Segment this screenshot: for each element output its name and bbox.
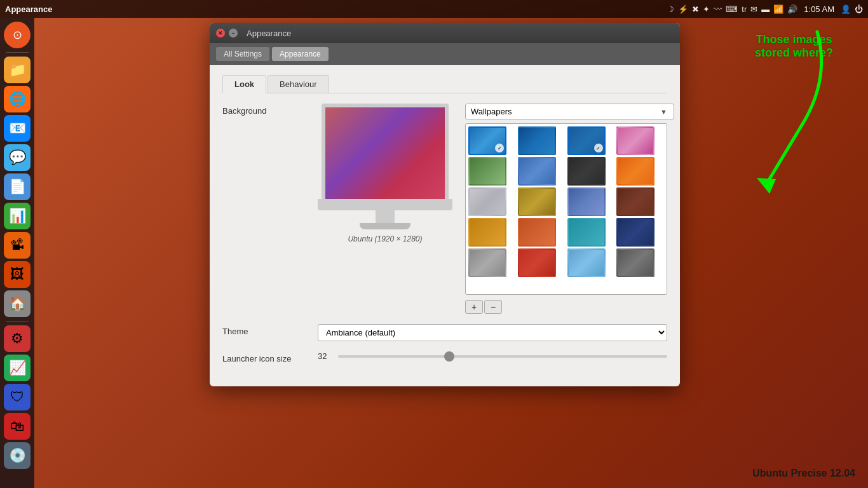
- grid-buttons: + −: [465, 300, 667, 314]
- theme-select[interactable]: Ambiance (default): [318, 324, 667, 341]
- monitor-icon: 📈: [9, 360, 26, 376]
- launcher-shotwell[interactable]: 🖼: [4, 261, 31, 288]
- monitor-caption: Ubuntu (1920 × 1280): [318, 234, 452, 243]
- launcher-system[interactable]: ⚙: [4, 325, 31, 352]
- wallpaper-thumb-18[interactable]: [518, 248, 556, 277]
- wallpaper-check-3: ✓: [594, 144, 603, 152]
- wallpaper-thumb-9[interactable]: [468, 187, 506, 216]
- launcher-files[interactable]: 📁: [4, 57, 31, 83]
- launcher-impress[interactable]: 📽: [4, 232, 31, 259]
- window-close-button[interactable]: ✕: [216, 29, 225, 37]
- appearance-nav-button[interactable]: Appearance: [272, 47, 329, 61]
- wallpaper-thumb-14[interactable]: [518, 218, 556, 247]
- launcher-dvd[interactable]: 💿: [4, 442, 31, 469]
- top-panel: Appearance ☽ ⚡ ✖ ✦ 〰 ⌨ tr ✉ ▬ 📶 🔊 1:05 A…: [0, 0, 868, 18]
- wallpaper-thumb-6[interactable]: [518, 157, 556, 186]
- thunderbird-icon: 📧: [9, 120, 26, 137]
- bluetooth-x-icon: ✖: [692, 4, 699, 14]
- tab-behaviour[interactable]: Behaviour: [268, 75, 329, 93]
- files-icon: 📁: [9, 62, 26, 78]
- monitor-screen: [322, 104, 449, 199]
- remove-wallpaper-button[interactable]: −: [484, 300, 502, 314]
- slider-row: 32: [318, 351, 667, 361]
- wallpaper-thumb-3[interactable]: ✓: [567, 126, 606, 155]
- launcher-firefox[interactable]: 🌐: [4, 86, 31, 112]
- launcher-home[interactable]: 🏠: [4, 290, 31, 317]
- appearance-window: ✕ − Appearance All Settings Appearance L…: [210, 23, 680, 386]
- audio-wave-icon: 〰: [714, 4, 722, 14]
- wallpaper-grid-container[interactable]: ✓ ✓: [465, 123, 667, 295]
- monitor-preview: Ubuntu (1920 × 1280): [318, 104, 452, 243]
- tab-look[interactable]: Look: [222, 75, 266, 93]
- wallpaper-thumb-20[interactable]: [616, 248, 654, 277]
- wallpaper-thumb-8[interactable]: [616, 157, 654, 186]
- launcher-empathy[interactable]: 💬: [4, 144, 31, 171]
- launcher-thunderbird[interactable]: 📧: [4, 115, 31, 142]
- wallpaper-thumb-13[interactable]: [468, 218, 506, 247]
- wallpaper-thumb-5[interactable]: [468, 157, 506, 186]
- wallpaper-thumb-2[interactable]: [518, 126, 556, 155]
- add-wallpaper-button[interactable]: +: [465, 300, 483, 314]
- theme-dropdown-row: Ambiance (default): [318, 324, 667, 341]
- wallpaper-thumb-16[interactable]: [616, 218, 654, 247]
- panel-time: 1:05 AM: [804, 4, 834, 14]
- launcher-ubuntu[interactable]: ⊙: [4, 22, 31, 48]
- launcher-separator: [6, 52, 29, 53]
- wallpaper-thumb-15[interactable]: [567, 218, 606, 247]
- monitor-bezel: [318, 199, 452, 210]
- svg-marker-0: [757, 178, 776, 194]
- wallpaper-thumb-12[interactable]: [616, 187, 654, 216]
- background-section: Background Ubuntu (1920 × 1280) Wallpape…: [222, 104, 667, 314]
- bolt-icon: ⚡: [678, 4, 688, 14]
- window-title: Appearance: [247, 29, 291, 38]
- system-icon: ⚙: [11, 330, 24, 347]
- wallpaper-dropdown: Wallpapers ▼: [465, 104, 667, 119]
- annotation-text: Those imagesstored where?: [755, 33, 833, 60]
- ubuntu-logo: ⊙: [13, 28, 22, 42]
- monitor-stand-top: [376, 210, 395, 223]
- background-label: Background: [222, 104, 305, 116]
- firefox-icon: 🌐: [9, 91, 26, 107]
- wallpaper-type-select[interactable]: Wallpapers: [465, 104, 674, 119]
- launcher-separator2: [6, 321, 29, 322]
- wallpaper-area: Wallpapers ▼ ✓ ✓: [465, 104, 667, 314]
- wallpaper-thumb-10[interactable]: [518, 187, 556, 216]
- launcher-size-section: Launcher icon size 32: [222, 351, 667, 363]
- wifi-icon: 📶: [773, 4, 783, 14]
- wallpaper-thumb-4[interactable]: [616, 126, 654, 155]
- launcher-security[interactable]: 🛡: [4, 384, 31, 410]
- bluetooth-icon: ✦: [703, 4, 710, 14]
- volume-icon: 🔊: [787, 4, 797, 14]
- wallpaper-grid: ✓ ✓: [468, 126, 664, 277]
- launcher-docs[interactable]: 📄: [4, 173, 31, 200]
- panel-right: ☽ ⚡ ✖ ✦ 〰 ⌨ tr ✉ ▬ 📶 🔊 1:05 AM 👤 ⏻: [667, 4, 863, 14]
- tr-label: tr: [742, 4, 747, 14]
- window-nav: All Settings Appearance: [210, 43, 680, 65]
- wallpaper-thumb-11[interactable]: [567, 187, 606, 216]
- dvd-icon: 💿: [9, 447, 26, 464]
- launcher-software[interactable]: 🛍: [4, 413, 31, 440]
- theme-section: Theme Ambiance (default): [222, 324, 667, 341]
- monitor-stand-base: [360, 223, 410, 229]
- wallpaper-thumb-7[interactable]: [567, 157, 606, 186]
- all-settings-button[interactable]: All Settings: [216, 47, 269, 61]
- launcher: ⊙ 📁 🌐 📧 💬 📄 📊 📽 🖼 🏠 ⚙: [0, 18, 34, 488]
- window-content: Look Behaviour Background Ubuntu (1920 ×…: [210, 65, 680, 386]
- home-icon: 🏠: [9, 295, 26, 312]
- desktop: Appearance ☽ ⚡ ✖ ✦ 〰 ⌨ tr ✉ ▬ 📶 🔊 1:05 A…: [0, 0, 868, 488]
- launcher-calc[interactable]: 📊: [4, 203, 31, 229]
- security-icon: 🛡: [10, 389, 24, 405]
- wallpaper-check-1: ✓: [495, 144, 504, 152]
- docs-icon: 📄: [9, 179, 26, 195]
- moon-icon: ☽: [667, 4, 674, 14]
- launcher-icon-size-label: Launcher icon size: [222, 351, 305, 363]
- calc-icon: 📊: [9, 208, 26, 224]
- window-minimize-button[interactable]: −: [229, 29, 238, 37]
- wallpaper-thumb-1[interactable]: ✓: [468, 126, 506, 155]
- launcher-monitor[interactable]: 📈: [4, 355, 31, 381]
- wallpaper-thumb-19[interactable]: [567, 248, 606, 277]
- slider-value: 32: [318, 351, 333, 361]
- battery-icon: ▬: [761, 4, 770, 14]
- launcher-size-slider[interactable]: [338, 355, 667, 358]
- wallpaper-thumb-17[interactable]: [468, 248, 506, 277]
